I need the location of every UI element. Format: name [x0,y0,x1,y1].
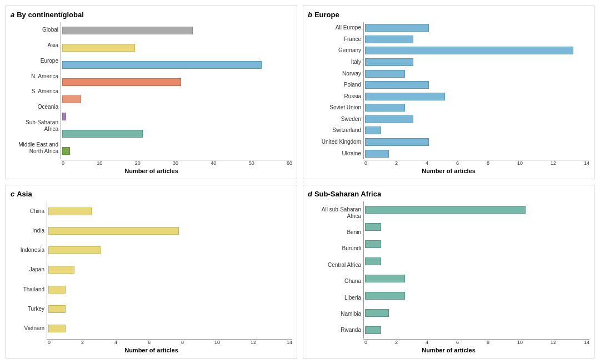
bar-label-1: France [308,36,363,43]
bar-label-3: Italy [308,59,363,65]
bar-label-4: S. America [11,88,61,95]
bar-4 [365,70,405,78]
bar-label-5: Poland [308,82,363,88]
x-tick-label: 14 [287,340,292,345]
x-tick-label: 12 [551,160,556,166]
bar-row-3 [62,77,292,87]
panel-d-title: dSub-Saharan Africa [308,190,589,198]
bar-6 [62,130,143,138]
bar-5 [48,305,66,313]
bar-label-6: Russia [308,93,363,100]
axis-title-a: Number of articles [11,168,292,174]
bar-label-2: Indonesia [11,247,47,254]
bar-row-4 [62,94,292,104]
x-tick-label: 10 [214,340,220,345]
x-axis-wrapper: 02468101214 [11,338,292,345]
bar-row-3 [365,256,589,266]
x-tick-label: 12 [251,340,256,345]
panel-letter: d [308,190,312,198]
x-axis-wrapper: 0102030405060 [11,159,292,166]
bar-label-0: China [11,208,47,215]
bar-3 [365,257,381,265]
x-tick-label: 60 [287,160,292,166]
bar-row-1 [365,222,589,232]
panel-c: cAsiaChinaIndiaIndonesiaJapanThailandTur… [6,185,297,358]
bar-6 [48,325,66,332]
bar-label-11: Ukraine [308,150,363,157]
bar-row-3 [365,57,589,67]
bar-6 [365,309,389,317]
bar-label-8: Sweden [308,116,363,123]
bar-row-9 [365,125,589,135]
bar-label-2: Europe [11,58,61,64]
bar-label-3: N. America [11,73,61,80]
x-tick-label: 40 [211,160,216,166]
bar-label-0: All Europe [308,24,363,31]
bar-row-0 [365,23,589,33]
panel-b-chart: All EuropeFranceGermanyItalyNorwayPoland… [308,22,589,174]
bar-row-5 [365,291,589,301]
panel-a-chart: GlobalAsiaEuropeN. AmericaS. AmericaOcea… [11,22,292,174]
bar-row-6 [48,323,292,333]
bar-2 [365,240,381,248]
x-tick-label: 0 [48,340,51,345]
bar-5 [365,81,429,89]
bar-label-3: Central Africa [308,262,363,269]
bar-label-1: Asia [11,42,61,49]
bar-0 [62,27,193,34]
x-tick-label: 0 [62,160,64,166]
bar-row-7 [365,325,589,335]
bar-row-1 [365,34,589,44]
x-axis-wrapper: 02468101214 [308,159,589,166]
x-tick-label: 8 [487,340,489,345]
bar-row-5 [62,112,292,122]
bar-label-10: United Kingdom [308,139,363,145]
bar-7 [365,326,381,334]
bar-7 [62,147,70,155]
x-tick-label: 4 [426,340,428,345]
bar-label-2: Germany [308,47,363,54]
x-tick-label: 8 [181,340,184,345]
bar-4 [62,95,81,103]
bar-1 [48,227,179,235]
bar-label-0: All sub-SaharanAfrica [308,206,363,220]
bar-label-1: India [11,228,47,234]
bar-1 [365,36,413,43]
panel-c-chart: ChinaIndiaIndonesiaJapanThailandTurkeyVi… [11,201,292,353]
bar-row-10 [365,137,589,147]
bar-row-1 [62,43,292,53]
page: aBy continent/globalGlobalAsiaEuropeN. A… [0,0,600,364]
bar-label-3: Japan [11,266,47,273]
bar-row-4 [365,274,589,284]
x-tick-label: 14 [584,340,589,345]
bar-label-5: Turkey [11,306,47,312]
bar-label-4: Thailand [11,286,47,293]
bar-row-6 [365,92,589,102]
bar-row-0 [365,205,589,215]
bar-row-7 [62,146,292,156]
x-tick-label: 6 [148,340,151,345]
bar-row-2 [365,46,589,55]
x-tick-label: 10 [97,160,102,166]
x-axis-wrapper: 02468101214 [308,338,589,345]
bar-row-5 [365,80,589,90]
x-tick-label: 2 [395,160,398,166]
x-tick-label: 6 [456,340,459,345]
bar-5 [365,292,405,300]
bar-10 [365,138,429,146]
panel-b: bEuropeAll EuropeFranceGermanyItalyNorwa… [303,6,594,179]
bar-row-6 [62,129,292,139]
bar-3 [62,78,181,86]
x-tick-label: 4 [114,340,117,345]
bar-label-4: Ghana [308,278,363,285]
bar-2 [365,47,573,54]
bar-0 [365,24,429,32]
bar-row-4 [48,285,292,295]
bar-row-6 [365,308,589,318]
panel-b-title: bEurope [308,11,589,19]
bar-0 [365,206,526,214]
panel-c-title: cAsia [11,190,292,198]
bar-label-7: Soviet Union [308,104,363,111]
x-tick-label: 2 [81,340,84,345]
bar-7 [365,104,405,112]
